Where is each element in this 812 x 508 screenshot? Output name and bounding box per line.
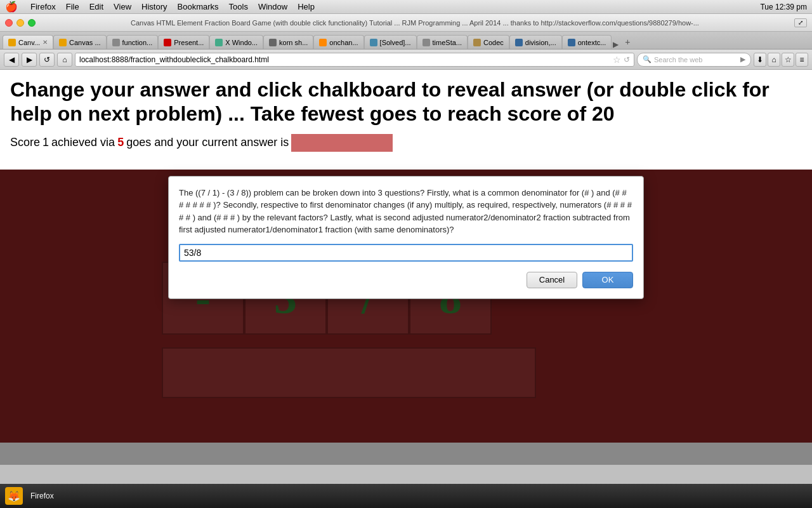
tab-favicon-3 xyxy=(164,39,171,46)
tab-label-4: X Windo... xyxy=(225,39,258,46)
tab-0[interactable]: Canv... ✕ xyxy=(3,35,53,49)
maximize-button[interactable] xyxy=(28,19,36,27)
tab-label-0: Canv... xyxy=(18,39,40,46)
menu-help[interactable]: Help xyxy=(298,2,315,11)
downloads-button[interactable]: ⬇ xyxy=(754,53,766,67)
close-button[interactable] xyxy=(5,19,13,27)
tab-favicon-0 xyxy=(8,39,16,46)
taskbar-firefox-label: Firefox xyxy=(30,491,54,500)
score-prefix: Score xyxy=(10,136,40,149)
tab-label-2: function... xyxy=(122,39,153,46)
clock: Tue 12:39 pm xyxy=(760,3,807,11)
url-bar[interactable]: localhost:8888/fraction_withdoubleclick_… xyxy=(75,53,634,67)
dialog-text: The ((7 / 1) - (3 / 8)) problem can be b… xyxy=(179,187,633,236)
tab-label-6: onchan... xyxy=(329,39,358,46)
page-title: Change your answer and click chalkboard … xyxy=(10,77,802,126)
tab-label-8: timeSta... xyxy=(433,39,462,46)
tab-favicon-11 xyxy=(568,39,575,46)
tab-label-11: ontextc... xyxy=(578,39,606,46)
back-button[interactable]: ◀ xyxy=(4,53,19,67)
ok-button[interactable]: OK xyxy=(582,272,633,288)
dialog: The ((7 / 1) - (3 / 8)) problem can be b… xyxy=(168,176,644,299)
tab-favicon-10 xyxy=(515,39,523,46)
browser-window: Canvas HTML Element Fraction Board Game … xyxy=(0,14,812,465)
menu-file[interactable]: File xyxy=(66,2,79,11)
menu-edit[interactable]: Edit xyxy=(89,2,103,11)
score-goes: 5 xyxy=(117,136,124,149)
menu-window[interactable]: Window xyxy=(258,2,287,11)
dialog-buttons: Cancel OK xyxy=(179,272,633,288)
tab-label-3: Present... xyxy=(174,39,204,46)
tabs-bar: Canv... ✕ Canvas ... function... Present… xyxy=(0,32,812,50)
nav-bar: ◀ ▶ ↺ ⌂ localhost:8888/fraction_withdoub… xyxy=(0,50,812,70)
tab-8[interactable]: timeSta... xyxy=(417,35,468,49)
apple-menu[interactable]: 🍎 xyxy=(5,1,18,13)
tab-favicon-6 xyxy=(319,39,327,46)
menu-history[interactable]: History xyxy=(141,2,167,11)
score-number: 1 xyxy=(43,136,49,149)
title-bar: Canvas HTML Element Fraction Board Game … xyxy=(0,14,812,32)
tab-4[interactable]: X Windo... xyxy=(209,35,263,49)
menu-button[interactable]: ≡ xyxy=(796,53,808,67)
search-icon: 🔍 xyxy=(643,55,652,64)
tab-favicon-9 xyxy=(473,39,481,46)
tab-label-5: korn sh... xyxy=(279,39,308,46)
bookmarks-button[interactable]: ☆ xyxy=(782,53,794,67)
tab-favicon-1 xyxy=(59,39,67,46)
tab-6[interactable]: onchan... xyxy=(313,35,363,49)
tab-label-1: Canvas ... xyxy=(69,39,101,46)
nav-right-buttons: ⬇ ⌂ ☆ ≡ xyxy=(754,53,808,67)
page-content: Change your answer and click chalkboard … xyxy=(0,70,812,465)
menu-bookmarks[interactable]: Bookmarks xyxy=(178,2,219,11)
mac-menu-bar: 🍎 Firefox File Edit View History Bookmar… xyxy=(0,0,812,14)
menu-firefox[interactable]: Firefox xyxy=(30,2,56,11)
resize-icon[interactable]: ⤢ xyxy=(794,18,807,27)
home-button[interactable]: ⌂ xyxy=(57,53,72,67)
tab-favicon-2 xyxy=(112,39,120,46)
tab-label-9: Codec xyxy=(483,39,504,46)
taskbar: 🦊 Firefox xyxy=(0,484,812,508)
dialog-input[interactable] xyxy=(179,244,633,262)
tab-2[interactable]: function... xyxy=(107,35,159,49)
tab-favicon-4 xyxy=(215,39,223,46)
search-placeholder: Search the web xyxy=(654,56,702,64)
search-bar[interactable]: 🔍 Search the web ▶ xyxy=(637,53,751,67)
home2-button[interactable]: ⌂ xyxy=(768,53,780,67)
current-answer-box xyxy=(291,134,393,152)
search-submit-icon[interactable]: ▶ xyxy=(740,55,745,64)
minimize-button[interactable] xyxy=(16,19,24,27)
tab-11[interactable]: ontextc... xyxy=(562,35,612,49)
reload-button[interactable]: ↺ xyxy=(39,53,55,67)
dialog-overlay: The ((7 / 1) - (3 / 8)) problem can be b… xyxy=(0,170,812,443)
page-inner: Change your answer and click chalkboard … xyxy=(0,70,812,170)
window-title: Canvas HTML Element Fraction Board Game … xyxy=(39,19,790,27)
tab-10[interactable]: division,... xyxy=(509,35,562,49)
score-line: Score 1 achieved via 5 goes and your cur… xyxy=(10,134,802,152)
tab-label-10: division,... xyxy=(525,39,556,46)
menu-view[interactable]: View xyxy=(114,2,131,11)
tab-1[interactable]: Canvas ... xyxy=(53,35,107,49)
menu-tools[interactable]: Tools xyxy=(229,2,248,11)
cancel-button[interactable]: Cancel xyxy=(527,272,577,288)
board-area[interactable]: 7 / 1 - 3 / xyxy=(0,170,812,443)
forward-button[interactable]: ▶ xyxy=(22,53,37,67)
tab-label-7: [Solved]... xyxy=(380,39,411,46)
tab-7[interactable]: [Solved]... xyxy=(364,35,417,49)
taskbar-firefox-icon[interactable]: 🦊 xyxy=(5,487,23,505)
score-via: achieved via xyxy=(51,136,115,149)
url-text: localhost:8888/fraction_withdoubleclick_… xyxy=(79,55,269,64)
new-tab-button[interactable]: + xyxy=(621,35,634,49)
bookmark-star-icon[interactable]: ☆ xyxy=(613,55,621,65)
tab-3[interactable]: Present... xyxy=(158,35,209,49)
tab-9[interactable]: Codec xyxy=(468,35,509,49)
tab-favicon-7 xyxy=(370,39,377,46)
tabs-overflow-arrow[interactable]: ▶ xyxy=(613,40,619,49)
url-refresh-icon[interactable]: ↺ xyxy=(624,55,630,64)
score-suffix: goes and your current answer is xyxy=(126,136,289,149)
tab-close-0[interactable]: ✕ xyxy=(43,39,48,46)
tab-favicon-5 xyxy=(269,39,277,46)
tab-5[interactable]: korn sh... xyxy=(263,35,313,49)
menu-right-icons: Tue 12:39 pm xyxy=(760,3,807,11)
tab-favicon-8 xyxy=(422,39,430,46)
